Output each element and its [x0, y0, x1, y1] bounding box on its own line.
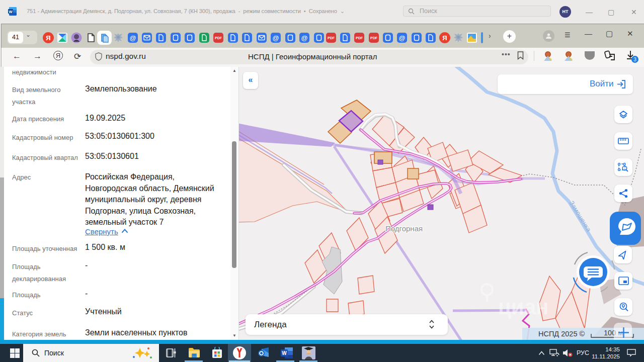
svg-text:Я: Я — [46, 34, 50, 42]
svg-text:3: 3 — [633, 57, 636, 62]
svg-text:циан: циан — [498, 295, 548, 319]
svg-text:Подгорная: Подгорная — [385, 224, 423, 233]
svg-text:Я: Я — [442, 34, 447, 42]
svg-text:W: W — [9, 10, 13, 14]
svg-text:W: W — [282, 350, 287, 356]
